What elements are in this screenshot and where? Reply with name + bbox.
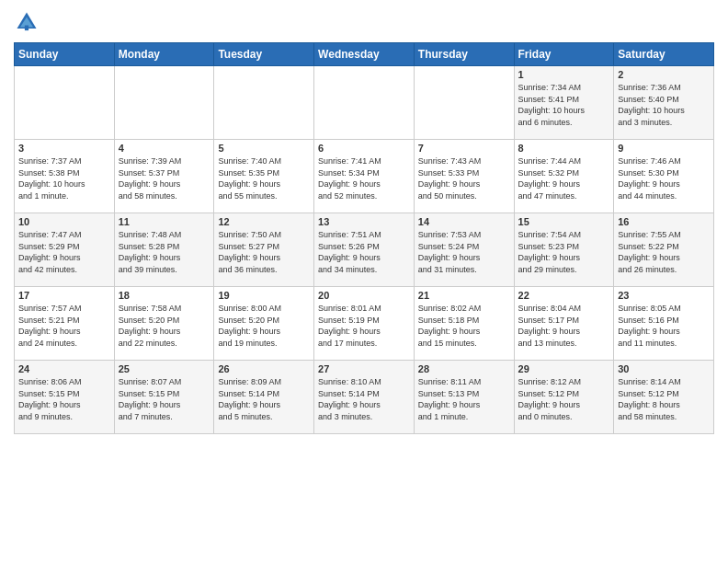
day-cell: 7Sunrise: 7:43 AM Sunset: 5:33 PM Daylig… bbox=[414, 140, 514, 213]
day-cell bbox=[414, 66, 514, 140]
day-number: 12 bbox=[218, 216, 310, 227]
day-info: Sunrise: 8:05 AM Sunset: 5:16 PM Dayligh… bbox=[618, 303, 710, 349]
week-row-1: 3Sunrise: 7:37 AM Sunset: 5:38 PM Daylig… bbox=[15, 140, 714, 213]
day-cell: 25Sunrise: 8:07 AM Sunset: 5:15 PM Dayli… bbox=[114, 361, 214, 434]
day-info: Sunrise: 7:37 AM Sunset: 5:38 PM Dayligh… bbox=[18, 155, 110, 201]
header-day-wednesday: Wednesday bbox=[314, 43, 415, 66]
day-number: 21 bbox=[418, 290, 510, 301]
day-info: Sunrise: 7:54 AM Sunset: 5:23 PM Dayligh… bbox=[518, 229, 610, 275]
day-cell: 18Sunrise: 7:58 AM Sunset: 5:20 PM Dayli… bbox=[114, 287, 214, 361]
day-cell bbox=[214, 66, 314, 140]
week-row-2: 10Sunrise: 7:47 AM Sunset: 5:29 PM Dayli… bbox=[15, 213, 714, 287]
calendar-header-row: SundayMondayTuesdayWednesdayThursdayFrid… bbox=[15, 43, 714, 66]
header-day-thursday: Thursday bbox=[414, 43, 514, 66]
day-number: 24 bbox=[18, 363, 110, 374]
day-cell: 4Sunrise: 7:39 AM Sunset: 5:37 PM Daylig… bbox=[114, 140, 214, 213]
day-number: 26 bbox=[218, 363, 310, 374]
day-info: Sunrise: 7:50 AM Sunset: 5:27 PM Dayligh… bbox=[218, 229, 310, 275]
week-row-0: 1Sunrise: 7:34 AM Sunset: 5:41 PM Daylig… bbox=[15, 66, 714, 140]
day-cell: 28Sunrise: 8:11 AM Sunset: 5:13 PM Dayli… bbox=[414, 361, 514, 434]
day-cell: 6Sunrise: 7:41 AM Sunset: 5:34 PM Daylig… bbox=[314, 140, 415, 213]
day-number: 3 bbox=[18, 143, 110, 154]
day-number: 18 bbox=[119, 290, 210, 301]
day-info: Sunrise: 8:14 AM Sunset: 5:12 PM Dayligh… bbox=[618, 376, 710, 422]
day-info: Sunrise: 7:41 AM Sunset: 5:34 PM Dayligh… bbox=[318, 155, 410, 201]
day-info: Sunrise: 8:12 AM Sunset: 5:12 PM Dayligh… bbox=[518, 376, 610, 422]
day-info: Sunrise: 8:02 AM Sunset: 5:18 PM Dayligh… bbox=[418, 303, 510, 349]
logo bbox=[14, 9, 43, 35]
day-cell: 26Sunrise: 8:09 AM Sunset: 5:14 PM Dayli… bbox=[214, 361, 314, 434]
day-number: 19 bbox=[218, 290, 310, 301]
day-cell: 14Sunrise: 7:53 AM Sunset: 5:24 PM Dayli… bbox=[414, 213, 514, 287]
day-cell: 15Sunrise: 7:54 AM Sunset: 5:23 PM Dayli… bbox=[514, 213, 614, 287]
logo-icon bbox=[14, 9, 40, 35]
day-info: Sunrise: 8:07 AM Sunset: 5:15 PM Dayligh… bbox=[119, 376, 210, 422]
day-info: Sunrise: 7:48 AM Sunset: 5:28 PM Dayligh… bbox=[119, 229, 210, 275]
day-cell: 30Sunrise: 8:14 AM Sunset: 5:12 PM Dayli… bbox=[614, 361, 714, 434]
main-container: SundayMondayTuesdayWednesdayThursdayFrid… bbox=[0, 0, 728, 443]
day-cell: 19Sunrise: 8:00 AM Sunset: 5:20 PM Dayli… bbox=[214, 287, 314, 361]
day-number: 20 bbox=[318, 290, 410, 301]
day-cell: 16Sunrise: 7:55 AM Sunset: 5:22 PM Dayli… bbox=[614, 213, 714, 287]
header-day-sunday: Sunday bbox=[15, 43, 115, 66]
day-cell: 17Sunrise: 7:57 AM Sunset: 5:21 PM Dayli… bbox=[15, 287, 115, 361]
day-info: Sunrise: 7:51 AM Sunset: 5:26 PM Dayligh… bbox=[318, 229, 410, 275]
header bbox=[14, 9, 714, 35]
day-cell: 11Sunrise: 7:48 AM Sunset: 5:28 PM Dayli… bbox=[114, 213, 214, 287]
day-info: Sunrise: 8:04 AM Sunset: 5:17 PM Dayligh… bbox=[518, 303, 610, 349]
header-day-tuesday: Tuesday bbox=[214, 43, 314, 66]
week-row-4: 24Sunrise: 8:06 AM Sunset: 5:15 PM Dayli… bbox=[15, 361, 714, 434]
day-cell: 12Sunrise: 7:50 AM Sunset: 5:27 PM Dayli… bbox=[214, 213, 314, 287]
day-number: 29 bbox=[518, 363, 610, 374]
day-cell: 8Sunrise: 7:44 AM Sunset: 5:32 PM Daylig… bbox=[514, 140, 614, 213]
day-info: Sunrise: 8:00 AM Sunset: 5:20 PM Dayligh… bbox=[218, 303, 310, 349]
day-info: Sunrise: 8:10 AM Sunset: 5:14 PM Dayligh… bbox=[318, 376, 410, 422]
day-number: 22 bbox=[518, 290, 610, 301]
day-number: 1 bbox=[518, 69, 610, 80]
day-info: Sunrise: 7:34 AM Sunset: 5:41 PM Dayligh… bbox=[518, 82, 610, 128]
day-info: Sunrise: 7:57 AM Sunset: 5:21 PM Dayligh… bbox=[18, 303, 110, 349]
day-number: 5 bbox=[218, 143, 310, 154]
week-row-3: 17Sunrise: 7:57 AM Sunset: 5:21 PM Dayli… bbox=[15, 287, 714, 361]
header-day-saturday: Saturday bbox=[614, 43, 714, 66]
day-info: Sunrise: 8:01 AM Sunset: 5:19 PM Dayligh… bbox=[318, 303, 410, 349]
day-number: 28 bbox=[418, 363, 510, 374]
day-cell: 5Sunrise: 7:40 AM Sunset: 5:35 PM Daylig… bbox=[214, 140, 314, 213]
day-cell: 1Sunrise: 7:34 AM Sunset: 5:41 PM Daylig… bbox=[514, 66, 614, 140]
day-cell: 22Sunrise: 8:04 AM Sunset: 5:17 PM Dayli… bbox=[514, 287, 614, 361]
day-cell: 9Sunrise: 7:46 AM Sunset: 5:30 PM Daylig… bbox=[614, 140, 714, 213]
day-number: 2 bbox=[618, 69, 710, 80]
day-info: Sunrise: 7:43 AM Sunset: 5:33 PM Dayligh… bbox=[418, 155, 510, 201]
day-number: 14 bbox=[418, 216, 510, 227]
day-cell: 24Sunrise: 8:06 AM Sunset: 5:15 PM Dayli… bbox=[15, 361, 115, 434]
day-info: Sunrise: 8:09 AM Sunset: 5:14 PM Dayligh… bbox=[218, 376, 310, 422]
day-info: Sunrise: 7:36 AM Sunset: 5:40 PM Dayligh… bbox=[618, 82, 710, 128]
day-number: 11 bbox=[119, 216, 210, 227]
day-info: Sunrise: 8:11 AM Sunset: 5:13 PM Dayligh… bbox=[418, 376, 510, 422]
day-number: 23 bbox=[618, 290, 710, 301]
svg-rect-2 bbox=[25, 26, 28, 31]
day-cell bbox=[15, 66, 115, 140]
day-number: 30 bbox=[618, 363, 710, 374]
day-cell: 3Sunrise: 7:37 AM Sunset: 5:38 PM Daylig… bbox=[15, 140, 115, 213]
day-info: Sunrise: 7:53 AM Sunset: 5:24 PM Dayligh… bbox=[418, 229, 510, 275]
day-cell bbox=[114, 66, 214, 140]
day-number: 6 bbox=[318, 143, 410, 154]
day-number: 15 bbox=[518, 216, 610, 227]
day-info: Sunrise: 8:06 AM Sunset: 5:15 PM Dayligh… bbox=[18, 376, 110, 422]
day-cell: 13Sunrise: 7:51 AM Sunset: 5:26 PM Dayli… bbox=[314, 213, 415, 287]
day-cell: 29Sunrise: 8:12 AM Sunset: 5:12 PM Dayli… bbox=[514, 361, 614, 434]
day-info: Sunrise: 7:39 AM Sunset: 5:37 PM Dayligh… bbox=[119, 155, 210, 201]
day-number: 17 bbox=[18, 290, 110, 301]
day-cell bbox=[314, 66, 415, 140]
day-cell: 23Sunrise: 8:05 AM Sunset: 5:16 PM Dayli… bbox=[614, 287, 714, 361]
day-number: 9 bbox=[618, 143, 710, 154]
header-day-monday: Monday bbox=[114, 43, 214, 66]
day-cell: 27Sunrise: 8:10 AM Sunset: 5:14 PM Dayli… bbox=[314, 361, 415, 434]
day-number: 8 bbox=[518, 143, 610, 154]
day-info: Sunrise: 7:40 AM Sunset: 5:35 PM Dayligh… bbox=[218, 155, 310, 201]
day-cell: 2Sunrise: 7:36 AM Sunset: 5:40 PM Daylig… bbox=[614, 66, 714, 140]
day-info: Sunrise: 7:47 AM Sunset: 5:29 PM Dayligh… bbox=[18, 229, 110, 275]
day-cell: 21Sunrise: 8:02 AM Sunset: 5:18 PM Dayli… bbox=[414, 287, 514, 361]
day-number: 13 bbox=[318, 216, 410, 227]
